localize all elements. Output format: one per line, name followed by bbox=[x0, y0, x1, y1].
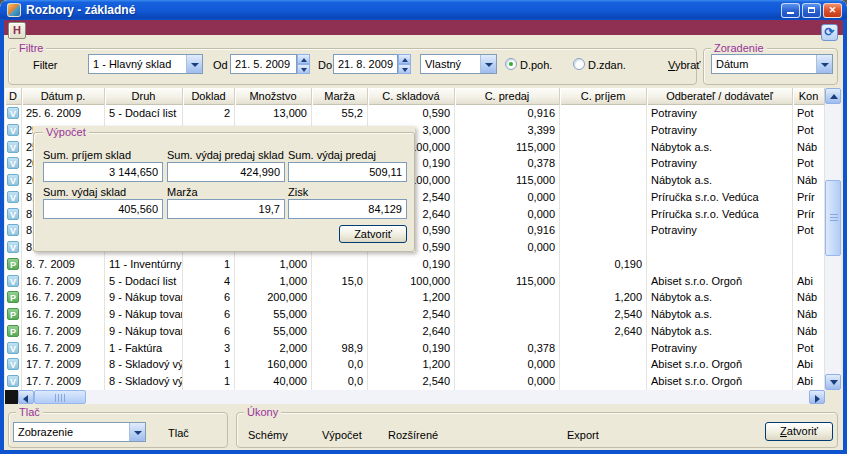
header-cell[interactable]: C. predaj bbox=[455, 88, 560, 105]
dialog-field-value[interactable]: 424,990 bbox=[167, 162, 285, 182]
vertical-scrollbar[interactable] bbox=[825, 88, 841, 390]
header-cell[interactable]: Druh bbox=[105, 88, 183, 105]
doc-type-badge: V bbox=[7, 342, 19, 354]
to-label: Do bbox=[318, 59, 332, 72]
header-cell[interactable]: Odberateľ / dodávateľ bbox=[647, 88, 793, 105]
header-cell[interactable]: Kon bbox=[793, 88, 825, 105]
table-row[interactable]: P16. 7. 20099 - Nákup tovaru655,0002,540… bbox=[5, 306, 825, 323]
table-cell: 0,000 bbox=[455, 189, 560, 206]
close-button[interactable]: ✕ bbox=[823, 3, 842, 18]
dialog-field-value[interactable]: 405,560 bbox=[43, 199, 163, 219]
bottom-panel: Tlač Zobrazenie Tlač Úkony Schémy Výpoče… bbox=[4, 404, 843, 450]
maximize-button[interactable] bbox=[802, 3, 821, 18]
table-cell: Potraviny bbox=[647, 222, 793, 239]
table-row[interactable]: V17. 7. 20098 - Skladový výd1160,0000,01… bbox=[5, 356, 825, 373]
scroll-right-button[interactable] bbox=[809, 390, 825, 404]
table-cell: 1,200 bbox=[560, 289, 647, 306]
spin-down-icon[interactable] bbox=[297, 64, 310, 74]
horizontal-scrollbar[interactable] bbox=[5, 390, 825, 404]
header-cell[interactable]: Doklad bbox=[183, 88, 235, 105]
header-cell[interactable]: Dátum p. bbox=[22, 88, 105, 105]
dialog-field-value[interactable]: 84,129 bbox=[288, 199, 407, 219]
radio-dpoh-label[interactable]: D.poh. bbox=[520, 59, 552, 72]
table-cell: 1,200 bbox=[368, 356, 455, 373]
badge-cell: V bbox=[5, 172, 22, 189]
badge-cell: V bbox=[5, 356, 22, 373]
chevron-down-icon[interactable] bbox=[129, 423, 145, 441]
date-from-input[interactable]: 21. 5. 2009 bbox=[230, 54, 297, 74]
scroll-down-button[interactable] bbox=[825, 374, 841, 390]
spin-down-icon[interactable] bbox=[398, 64, 411, 74]
table-cell: 1 bbox=[183, 356, 235, 373]
refresh-icon[interactable]: ⟳ bbox=[821, 24, 838, 41]
table-row[interactable]: P8. 7. 200911 - Inventúrny p11,0000,1900… bbox=[5, 256, 825, 273]
scroll-up-button[interactable] bbox=[825, 88, 841, 104]
warehouse-select[interactable]: 1 - Hlavný sklad bbox=[88, 54, 203, 74]
schemes-button[interactable]: Schémy bbox=[248, 429, 288, 441]
h-button[interactable]: H bbox=[8, 22, 26, 39]
table-cell: 1 bbox=[183, 373, 235, 390]
table-cell: 0,000 bbox=[455, 356, 560, 373]
spin-up-icon[interactable] bbox=[398, 54, 411, 64]
table-cell: 25. 6. 2009 bbox=[22, 105, 105, 122]
radio-dpoh[interactable] bbox=[505, 58, 517, 70]
table-cell: Abiset s.r.o. Orgoň bbox=[647, 273, 793, 290]
date-to-spinner[interactable] bbox=[398, 54, 411, 74]
vybrat-button[interactable]: Vybrať bbox=[668, 59, 700, 71]
table-row[interactable]: V16. 7. 20091 - Faktúra32,00098,90,1900,… bbox=[5, 340, 825, 357]
minimize-button[interactable] bbox=[781, 3, 800, 18]
table-cell: 2,540 bbox=[368, 373, 455, 390]
table-cell bbox=[312, 306, 368, 323]
print-view-select[interactable]: Zobrazenie bbox=[13, 422, 146, 442]
header-cell[interactable]: C. príjem bbox=[560, 88, 647, 105]
chevron-down-icon[interactable] bbox=[186, 55, 202, 73]
table-cell bbox=[312, 289, 368, 306]
horizontal-scroll-thumb[interactable] bbox=[34, 390, 86, 404]
header-cell[interactable]: C. skladová bbox=[368, 88, 455, 105]
table-row[interactable]: V17. 7. 20098 - Skladový výd140,0000,02,… bbox=[5, 373, 825, 390]
table-row[interactable]: P16. 7. 20099 - Nákup tovaru6200,0001,20… bbox=[5, 289, 825, 306]
radio-dzdan-label[interactable]: D.zdan. bbox=[588, 59, 626, 72]
table-cell: Potraviny bbox=[647, 105, 793, 122]
chevron-down-icon[interactable] bbox=[816, 55, 832, 73]
date-from-spinner[interactable] bbox=[297, 54, 310, 74]
header-cell[interactable]: Množstvo bbox=[235, 88, 312, 105]
advanced-button[interactable]: Rozšírené bbox=[388, 429, 438, 441]
table-row[interactable]: V16. 7. 20095 - Dodací list41,00015,0100… bbox=[5, 273, 825, 290]
doc-type-badge: V bbox=[7, 358, 19, 370]
sort-select[interactable]: Dátum bbox=[711, 54, 833, 74]
table-cell: Abiset s.r.o. Orgoň bbox=[647, 356, 793, 373]
table-cell: 0,000 bbox=[455, 206, 560, 223]
spin-up-icon[interactable] bbox=[297, 54, 310, 64]
table-row[interactable]: V25. 6. 20095 - Dodací list213,00055,20,… bbox=[5, 105, 825, 122]
calculation-button[interactable]: Výpočet bbox=[322, 429, 362, 441]
arrow-down-icon bbox=[830, 380, 838, 385]
filters-group-label: Filtre bbox=[16, 42, 46, 54]
close-window-button[interactable]: Zatvoriť bbox=[765, 422, 833, 441]
radio-dzdan[interactable] bbox=[573, 58, 585, 70]
scroll-left-button[interactable] bbox=[18, 390, 34, 404]
table-row[interactable]: P16. 7. 20099 - Nákup tovaru655,0002,640… bbox=[5, 323, 825, 340]
arrow-left-icon bbox=[23, 395, 28, 403]
vertical-scroll-thumb[interactable] bbox=[825, 180, 841, 256]
dialog-field-value[interactable]: 19,7 bbox=[167, 199, 285, 219]
table-cell bbox=[560, 356, 647, 373]
period-type-select[interactable]: Vlastný bbox=[420, 54, 497, 74]
table-cell: Nábytok a.s. bbox=[647, 172, 793, 189]
chevron-down-icon[interactable] bbox=[480, 55, 496, 73]
header-cell[interactable]: D bbox=[5, 88, 22, 105]
dialog-close-button[interactable]: Zatvoriť bbox=[339, 225, 407, 243]
date-to-input[interactable]: 21. 8. 2009 bbox=[333, 54, 398, 74]
table-cell: Príručka s.r.o. Vedúca bbox=[647, 206, 793, 223]
print-button[interactable]: Tlač bbox=[168, 427, 189, 439]
window-border-bottom bbox=[0, 450, 847, 454]
dialog-field-value[interactable]: 509,11 bbox=[288, 162, 407, 182]
table-cell bbox=[560, 373, 647, 390]
maximize-icon bbox=[808, 7, 815, 13]
header-cell[interactable]: Marža bbox=[312, 88, 368, 105]
dialog-field-value[interactable]: 3 144,650 bbox=[43, 162, 163, 182]
export-button[interactable]: Export bbox=[567, 429, 599, 441]
table-cell: 3 bbox=[183, 340, 235, 357]
table-cell: 9 - Nákup tovaru bbox=[105, 306, 183, 323]
table-cell: Abi bbox=[793, 356, 825, 373]
